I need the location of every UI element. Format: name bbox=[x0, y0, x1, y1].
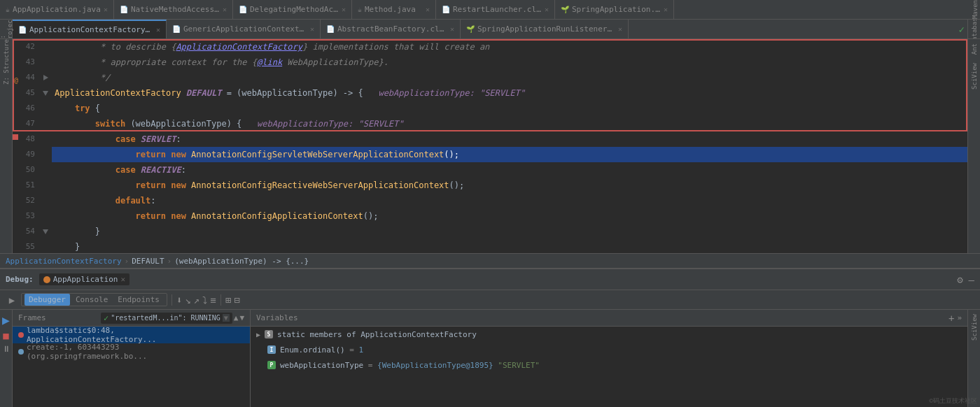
gutter-46 bbox=[39, 101, 52, 116]
debug-close-badge[interactable]: ✕ bbox=[120, 275, 125, 284]
gutter-47 bbox=[39, 116, 52, 131]
variables-header: Variables + » bbox=[251, 310, 967, 327]
resume-icon[interactable]: ▶ bbox=[6, 294, 18, 306]
tab-spring-run-listeners[interactable]: 🌱 SpringApplicationRunListeners.java ✕ bbox=[461, 20, 629, 39]
frame-status-blue bbox=[18, 349, 24, 355]
frames-header: Frames ✓ "restartedM...in": RUNNING ▼ ▲ … bbox=[13, 310, 250, 327]
frame-item-lambda[interactable]: lambda$static$0:48, ApplicationContextFa… bbox=[13, 327, 250, 343]
breadcrumb-sep-1: › bbox=[125, 257, 130, 266]
left-panel-strip: 1: Project bbox=[0, 20, 13, 38]
database-label[interactable]: Database bbox=[971, 20, 978, 39]
gutter-49 bbox=[39, 147, 52, 162]
tab-abstract-bean-factory[interactable]: 📄 AbstractBeanFactory.class ✕ bbox=[321, 20, 461, 39]
tab-close-2[interactable]: ✕ bbox=[223, 6, 227, 13]
gutter-44[interactable] bbox=[39, 70, 52, 85]
tab-method[interactable]: ☕ Method.java ✕ bbox=[352, 0, 436, 20]
debug-app-badge[interactable]: AppApplication ✕ bbox=[39, 273, 130, 285]
thread-name: "restartedM...in": RUNNING bbox=[111, 314, 220, 322]
tab-restart-launcher[interactable]: 📄 RestartLauncher.class ✕ bbox=[436, 0, 555, 20]
tab-spring-application[interactable]: 🌱 SpringApplication.java ✕ bbox=[555, 0, 674, 20]
gutter bbox=[39, 39, 52, 253]
fold-triangle-54[interactable] bbox=[43, 229, 48, 234]
step-out-icon[interactable]: ↗ bbox=[194, 294, 200, 306]
gutter-45[interactable] bbox=[39, 85, 52, 101]
frame-status-red bbox=[18, 332, 24, 338]
settings-icon[interactable]: ⚙ bbox=[957, 274, 962, 285]
debug-header-controls: ⚙ — bbox=[957, 274, 974, 285]
spring-icon-2: 🌱 bbox=[466, 25, 475, 33]
class-icon-4: 📄 bbox=[326, 25, 335, 33]
frame-label-1: lambda$static$0:48, ApplicationContextFa… bbox=[27, 326, 244, 344]
endpoints-tab[interactable]: Endpoints bbox=[113, 294, 164, 306]
run-to-cursor-icon[interactable]: ⤵ bbox=[202, 294, 207, 306]
tab-close-4[interactable]: ✕ bbox=[426, 6, 430, 13]
var-static-label: static members of ApplicationContextFact… bbox=[277, 330, 477, 339]
tab-close-10[interactable]: ✕ bbox=[618, 25, 622, 33]
tab-app-application[interactable]: ☕ AppApplication.java ✕ bbox=[0, 0, 114, 20]
line-num-55: 55 bbox=[13, 239, 39, 253]
tab-delegating-method[interactable]: 📄 DelegatingMethodAccessorImpl.class ✕ bbox=[233, 0, 352, 20]
tab-close-1[interactable]: ✕ bbox=[104, 6, 108, 13]
nav-down[interactable]: ▼ bbox=[239, 313, 244, 322]
tab-close-3[interactable]: ✕ bbox=[342, 6, 346, 13]
debug-right-strip: SciView bbox=[967, 310, 980, 407]
more-options-btn[interactable]: » bbox=[957, 313, 962, 322]
line-numbers: 42 43 @ 44 45 46 47 48 49 50 51 52 53 54 bbox=[13, 39, 39, 253]
gutter-42 bbox=[39, 39, 52, 55]
ant-tab[interactable]: Ant bbox=[970, 39, 979, 59]
structure-label[interactable]: Z: Structure bbox=[3, 39, 10, 89]
add-watch-btn[interactable]: + bbox=[948, 313, 954, 324]
stop-btn[interactable]: ■ bbox=[3, 330, 8, 341]
code-line-42: * to describe {ApplicationContextFactory… bbox=[52, 39, 967, 55]
param-icon: P bbox=[267, 361, 276, 369]
breadcrumb-item-3[interactable]: (webApplicationType) -> {...} bbox=[174, 257, 309, 266]
tab-application-context-factory[interactable]: 📄 ApplicationContextFactory.java ✕ bbox=[13, 20, 167, 39]
breadcrumb: ApplicationContextFactory › DEFAULT › (w… bbox=[0, 253, 980, 269]
nav-up[interactable]: ▲ bbox=[234, 313, 239, 322]
breadcrumb-item-2[interactable]: DEFAULT bbox=[132, 257, 164, 266]
debug-tabs: Debugger Console Endpoints bbox=[21, 293, 167, 306]
database-strip: Database bbox=[967, 20, 980, 38]
fold-triangle-45[interactable] bbox=[43, 91, 48, 96]
tab-close-8[interactable]: ✕ bbox=[310, 25, 314, 33]
evaluate-icon[interactable]: ≡ bbox=[210, 294, 216, 306]
project-label[interactable]: 1: Project bbox=[0, 20, 13, 39]
var-enum-label: Enum.ordinal() = 1 bbox=[280, 345, 363, 355]
minimize-icon[interactable]: — bbox=[969, 274, 974, 285]
resume-btn[interactable]: ▶ bbox=[2, 313, 10, 327]
maven-panel-tab[interactable]: Maven bbox=[970, 0, 980, 19]
instance-icon: I bbox=[267, 345, 276, 354]
tab-close-7[interactable]: ✕ bbox=[156, 26, 160, 34]
frame-item-create[interactable]: create:-1, 603443293 (org.springframewor… bbox=[13, 343, 250, 360]
var-item-enum: I Enum.ordinal() = 1 bbox=[251, 342, 967, 357]
sciview-tab[interactable]: SciView bbox=[970, 59, 979, 94]
breadcrumb-item-1[interactable]: ApplicationContextFactory bbox=[6, 257, 122, 266]
tab-native-method[interactable]: 📄 NativeMethodAccessorImpl.class ✕ bbox=[114, 0, 233, 20]
tab-close-5[interactable]: ✕ bbox=[545, 6, 549, 13]
table-icon[interactable]: ⊞ bbox=[225, 294, 231, 306]
tab-close-9[interactable]: ✕ bbox=[450, 25, 454, 33]
step-over-icon[interactable]: ⬇ bbox=[176, 294, 182, 306]
java-icon-2: ☕ bbox=[358, 6, 362, 13]
tab-generic-application-context[interactable]: 📄 GenericApplicationContext.java ✕ bbox=[167, 20, 321, 39]
line-num-47: 47 bbox=[13, 116, 39, 131]
debugger-tab[interactable]: Debugger bbox=[24, 294, 70, 306]
thread-dropdown[interactable]: ▼ bbox=[223, 314, 230, 322]
debug-title: Debug: bbox=[6, 275, 34, 284]
step-into-icon[interactable]: ↘ bbox=[185, 294, 190, 306]
expand-arrow-static[interactable]: ▶ bbox=[256, 331, 260, 338]
tab-close-6[interactable]: ✕ bbox=[664, 6, 668, 13]
code-line-46: switch (webApplicationType) { webApplica… bbox=[52, 116, 967, 131]
pause-btn[interactable]: ⏸ bbox=[2, 344, 10, 354]
var-item-webapp-type: P webApplicationType = {WebApplicationTy… bbox=[251, 357, 967, 373]
sci-view-tab[interactable]: SciView bbox=[970, 310, 979, 345]
console-tab[interactable]: Console bbox=[71, 294, 112, 306]
line-num-44: @ 44 bbox=[13, 70, 39, 85]
debug-left-strip: ▶ ■ ⏸ bbox=[0, 310, 13, 407]
fold-triangle-44[interactable] bbox=[43, 75, 48, 80]
gutter-54[interactable] bbox=[39, 224, 52, 239]
layout-icon[interactable]: ⊟ bbox=[234, 294, 239, 306]
check-icon: ✓ bbox=[104, 313, 108, 323]
class-icon: 📄 bbox=[120, 6, 128, 13]
code-lines: * to describe {ApplicationContextFactory… bbox=[52, 39, 967, 253]
